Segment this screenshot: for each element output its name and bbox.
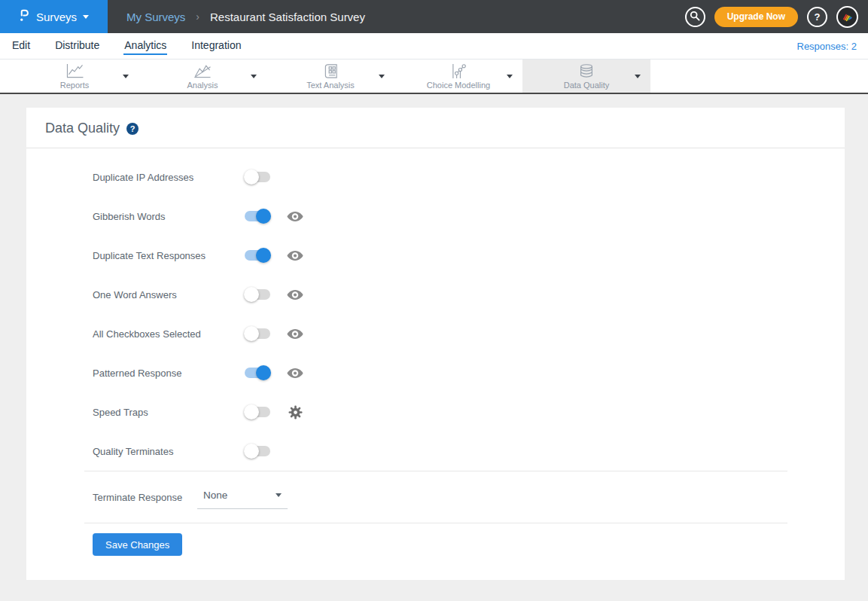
brand-label: Surveys: [36, 11, 77, 23]
survey-nav-items: Edit Distribute Analytics Integration: [11, 37, 797, 55]
toggle-knob: [256, 209, 271, 224]
setting-row-gibberish-words: Gibberish Words: [93, 197, 845, 236]
tab-label: Data Quality: [564, 81, 610, 90]
help-icon[interactable]: ?: [126, 123, 139, 135]
chevron-down-icon[interactable]: [379, 75, 385, 78]
tab-analysis[interactable]: Analysis: [139, 59, 266, 93]
setting-label: Quality Terminates: [93, 446, 245, 457]
analytics-tab-strip: Reports Analysis Text Analysis: [0, 59, 868, 94]
nav-item-distribute[interactable]: Distribute: [54, 37, 100, 55]
brand-menu[interactable]: Surveys: [0, 0, 108, 33]
eye-icon: [287, 329, 303, 339]
setting-label: Gibberish Words: [93, 211, 245, 222]
chevron-down-icon[interactable]: [123, 75, 129, 78]
gear-icon: [288, 405, 303, 419]
setting-row-speed-traps: Speed Traps: [93, 392, 845, 432]
nav-item-integration[interactable]: Integration: [190, 37, 242, 55]
preview-button[interactable]: [287, 329, 303, 339]
chevron-down-icon[interactable]: [635, 75, 641, 78]
setting-label: Patterned Response: [93, 368, 245, 379]
panel-header: Data Quality ?: [26, 108, 845, 148]
nav-item-edit[interactable]: Edit: [11, 37, 31, 55]
setting-row-all-checkboxes: All Checkboxes Selected: [93, 314, 845, 353]
setting-row-quality-terminates: Quality Terminates: [93, 432, 845, 471]
duplicate-ip-toggle[interactable]: [245, 172, 270, 182]
tab-text-analysis[interactable]: Text Analysis: [266, 59, 394, 93]
preview-button[interactable]: [287, 368, 303, 378]
chevron-down-icon[interactable]: [507, 75, 513, 78]
data-quality-panel: Data Quality ? Duplicate IP Addresses Gi…: [26, 108, 845, 580]
speed-traps-settings-button[interactable]: [288, 405, 303, 419]
search-button[interactable]: [685, 7, 705, 27]
eye-icon: [287, 251, 303, 261]
breadcrumb-survey-title: Restaurant Satisfaction Survey: [210, 11, 365, 23]
tab-label: Analysis: [187, 81, 218, 90]
questionpro-logo-icon: [19, 8, 30, 26]
eye-icon: [287, 212, 303, 221]
one-word-toggle[interactable]: [245, 289, 270, 300]
chevron-down-icon[interactable]: [251, 75, 257, 78]
setting-row-duplicate-text: Duplicate Text Responses: [93, 236, 845, 275]
gibberish-words-toggle[interactable]: [245, 211, 270, 221]
setting-label: Duplicate Text Responses: [93, 250, 245, 261]
preview-button[interactable]: [287, 290, 303, 300]
tab-data-quality[interactable]: Data Quality: [522, 59, 650, 93]
toggle-knob: [244, 326, 259, 341]
terminate-response-row: Terminate Response None: [26, 471, 845, 523]
setting-label: Duplicate IP Addresses: [93, 172, 245, 183]
setting-label: One Word Answers: [93, 289, 245, 300]
quality-terminates-toggle[interactable]: [245, 446, 270, 456]
avatar-logo-icon: [840, 10, 854, 24]
search-icon: [690, 11, 700, 23]
toggle-knob: [256, 365, 271, 380]
breadcrumb-separator: ›: [196, 11, 199, 23]
tab-label: Choice Modelling: [427, 81, 490, 90]
eye-icon: [287, 368, 303, 378]
tab-choice-modelling[interactable]: Choice Modelling: [394, 59, 522, 93]
save-row: Save Changes: [26, 523, 845, 556]
setting-label: Speed Traps: [93, 407, 245, 418]
scatter-chart-icon: [450, 63, 468, 79]
avatar[interactable]: [836, 6, 858, 28]
database-icon: [577, 63, 595, 79]
patterned-response-toggle[interactable]: [245, 368, 270, 378]
tab-label: Reports: [60, 81, 90, 90]
top-bar: Surveys My Surveys › Restaurant Satisfac…: [0, 0, 868, 33]
upgrade-now-button[interactable]: Upgrade Now: [714, 7, 798, 27]
chevron-down-icon: [83, 15, 89, 19]
breadcrumb: My Surveys › Restaurant Satisfaction Sur…: [108, 0, 685, 33]
setting-row-one-word: One Word Answers: [93, 275, 845, 314]
preview-button[interactable]: [287, 251, 303, 261]
toggle-knob: [244, 287, 259, 302]
terminate-response-label: Terminate Response: [93, 492, 197, 503]
terminate-response-select[interactable]: None: [197, 485, 288, 509]
toggle-knob: [244, 169, 259, 185]
setting-row-duplicate-ip: Duplicate IP Addresses: [93, 157, 845, 197]
save-changes-button[interactable]: Save Changes: [93, 533, 182, 556]
tab-reports[interactable]: Reports: [11, 59, 139, 93]
help-button[interactable]: ?: [807, 7, 827, 27]
selected-value: None: [203, 490, 227, 501]
toggle-knob: [256, 248, 271, 263]
speed-traps-toggle[interactable]: [245, 407, 270, 417]
page-title: Data Quality: [45, 121, 120, 136]
tab-label: Text Analysis: [306, 81, 355, 90]
trend-chart-icon: [193, 63, 212, 79]
text-grid-icon: [323, 63, 339, 79]
setting-label: All Checkboxes Selected: [93, 328, 245, 340]
chevron-down-icon: [276, 493, 282, 497]
responses-count-link[interactable]: Responses: 2: [797, 41, 857, 52]
topbar-actions: Upgrade Now ?: [685, 0, 868, 33]
nav-item-analytics[interactable]: Analytics: [123, 37, 167, 55]
survey-nav: Edit Distribute Analytics Integration Re…: [0, 33, 868, 59]
settings-list: Duplicate IP Addresses Gibberish Words D…: [26, 148, 845, 471]
eye-icon: [287, 290, 303, 300]
toggle-knob: [244, 444, 259, 459]
line-chart-icon: [65, 63, 84, 79]
setting-row-patterned-response: Patterned Response: [93, 353, 845, 392]
duplicate-text-toggle[interactable]: [245, 250, 270, 261]
breadcrumb-my-surveys[interactable]: My Surveys: [126, 11, 185, 23]
all-checkboxes-toggle[interactable]: [245, 328, 270, 339]
preview-button[interactable]: [287, 212, 303, 221]
toggle-knob: [244, 404, 259, 419]
